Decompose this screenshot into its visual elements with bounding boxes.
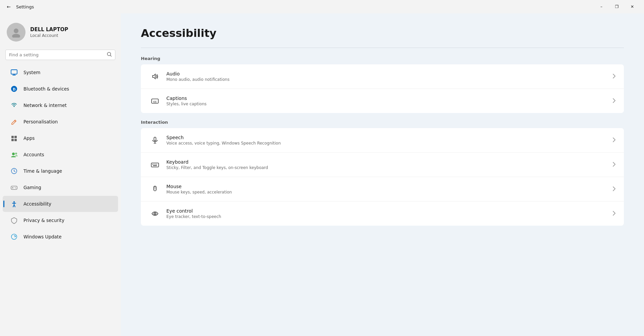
- time-icon: [9, 166, 19, 176]
- speech-subtitle: Voice access, voice typing, Windows Spee…: [166, 141, 607, 146]
- gaming-icon: [9, 183, 19, 192]
- eye-control-chevron: [612, 211, 616, 217]
- search-box[interactable]: [5, 50, 115, 60]
- captions-text: Captions Styles, live captions: [166, 96, 607, 106]
- svg-rect-36: [151, 163, 159, 167]
- svg-line-10: [14, 121, 15, 122]
- speech-icon: [149, 134, 161, 146]
- svg-text:CC: CC: [153, 101, 157, 103]
- svg-point-1: [12, 34, 20, 38]
- sidebar-item-label-accounts: Accounts: [23, 152, 44, 157]
- captions-icon: CC: [149, 95, 161, 107]
- close-button[interactable]: ✕: [625, 0, 640, 13]
- audio-chevron: [612, 73, 616, 80]
- sidebar-item-personalisation[interactable]: Personalisation: [3, 114, 118, 130]
- svg-rect-4: [11, 70, 17, 74]
- sidebar-item-label-gaming: Gaming: [23, 185, 41, 190]
- settings-row-keyboard[interactable]: Keyboard Sticky, Filter, and Toggle keys…: [141, 153, 624, 177]
- keyboard-subtitle: Sticky, Filter, and Toggle keys, on-scre…: [166, 165, 607, 170]
- back-button[interactable]: ←: [4, 2, 13, 11]
- maximize-button[interactable]: ❐: [609, 0, 625, 13]
- mouse-subtitle: Mouse keys, speed, acceleration: [166, 190, 607, 194]
- user-profile[interactable]: DELL LAPTOP Local Account: [0, 19, 121, 48]
- settings-row-mouse[interactable]: Mouse Mouse keys, speed, acceleration: [141, 177, 624, 202]
- user-type: Local Account: [30, 33, 68, 38]
- sidebar-item-gaming[interactable]: Gaming: [3, 179, 118, 195]
- svg-point-9: [13, 106, 15, 107]
- section-label-interaction: Interaction: [141, 120, 624, 125]
- sidebar-item-time[interactable]: Time & language: [3, 163, 118, 179]
- titlebar: ← Settings – ❐ ✕: [0, 0, 644, 13]
- svg-line-3: [110, 55, 111, 56]
- sidebar-item-network[interactable]: Network & internet: [3, 97, 118, 113]
- settings-row-eye-control[interactable]: Eye control Eye tracker, text-to-speech: [141, 202, 624, 226]
- app-container: DELL LAPTOP Local Account: [0, 13, 644, 336]
- eye-control-title: Eye control: [166, 208, 607, 214]
- audio-text: Audio Mono audio, audio notifications: [166, 71, 607, 82]
- accessibility-icon: [9, 199, 19, 209]
- avatar: [7, 23, 25, 42]
- svg-rect-39: [154, 164, 154, 165]
- section-hearing: Hearing Audio Mono audio, audio notifica…: [141, 56, 624, 113]
- svg-line-19: [14, 171, 15, 172]
- settings-row-audio[interactable]: Audio Mono audio, audio notifications: [141, 64, 624, 89]
- svg-line-29: [14, 205, 15, 207]
- svg-rect-33: [154, 137, 156, 141]
- captions-title: Captions: [166, 96, 607, 101]
- svg-rect-14: [14, 139, 17, 141]
- svg-rect-41: [156, 164, 157, 165]
- network-icon: [9, 101, 19, 110]
- section-interaction: Interaction Speech Voice access,: [141, 120, 624, 226]
- personalisation-icon: [9, 117, 19, 126]
- sidebar-item-update[interactable]: Windows Update: [3, 229, 118, 245]
- apps-icon: [9, 133, 19, 143]
- system-icon: [9, 68, 19, 77]
- svg-text:B: B: [13, 87, 16, 92]
- sidebar-nav: System B Bluetooth & devices: [0, 64, 121, 245]
- speech-text: Speech Voice access, voice typing, Windo…: [166, 135, 607, 146]
- svg-rect-42: [153, 165, 157, 166]
- sidebar-item-label-privacy: Privacy & security: [23, 218, 64, 223]
- user-name: DELL LAPTOP: [30, 26, 68, 33]
- eye-control-text: Eye control Eye tracker, text-to-speech: [166, 208, 607, 219]
- keyboard-chevron: [612, 162, 616, 168]
- privacy-icon: [9, 216, 19, 225]
- svg-point-16: [15, 153, 17, 155]
- sidebar-item-system[interactable]: System: [3, 64, 118, 80]
- sidebar-item-label-apps: Apps: [23, 135, 35, 141]
- svg-rect-40: [155, 164, 156, 165]
- accounts-icon: [9, 150, 19, 159]
- mouse-chevron: [612, 186, 616, 192]
- audio-icon: [149, 70, 161, 82]
- sidebar-item-apps[interactable]: Apps: [3, 130, 118, 146]
- window-controls: – ❐ ✕: [594, 0, 640, 13]
- speech-title: Speech: [166, 135, 607, 140]
- sidebar-item-bluetooth[interactable]: B Bluetooth & devices: [3, 81, 118, 97]
- eye-control-icon: [149, 208, 161, 220]
- page-title: Accessibility: [141, 27, 624, 40]
- svg-point-0: [14, 29, 18, 33]
- captions-chevron: [612, 98, 616, 104]
- keyboard-icon: [149, 159, 161, 171]
- title-divider: [141, 48, 624, 48]
- svg-point-23: [15, 187, 15, 188]
- sidebar-item-accessibility[interactable]: Accessibility: [3, 196, 118, 212]
- settings-row-captions[interactable]: CC Captions Styles, live captions: [141, 89, 624, 113]
- sidebar-item-label-accessibility: Accessibility: [23, 201, 51, 207]
- keyboard-text: Keyboard Sticky, Filter, and Toggle keys…: [166, 159, 607, 170]
- keyboard-title: Keyboard: [166, 159, 607, 165]
- sidebar-item-accounts[interactable]: Accounts: [3, 147, 118, 163]
- svg-point-30: [11, 234, 17, 239]
- user-info: DELL LAPTOP Local Account: [30, 26, 68, 38]
- minimize-button[interactable]: –: [594, 0, 609, 13]
- settings-row-speech[interactable]: Speech Voice access, voice typing, Windo…: [141, 128, 624, 153]
- search-input[interactable]: [9, 52, 104, 57]
- svg-rect-12: [14, 136, 17, 138]
- sidebar-item-label-network: Network & internet: [23, 103, 67, 108]
- bluetooth-icon: B: [9, 84, 19, 94]
- hearing-card: Audio Mono audio, audio notifications: [141, 64, 624, 113]
- sidebar-item-privacy[interactable]: Privacy & security: [3, 212, 118, 228]
- svg-point-24: [15, 188, 16, 188]
- audio-title: Audio: [166, 71, 607, 76]
- eye-control-subtitle: Eye tracker, text-to-speech: [166, 214, 607, 219]
